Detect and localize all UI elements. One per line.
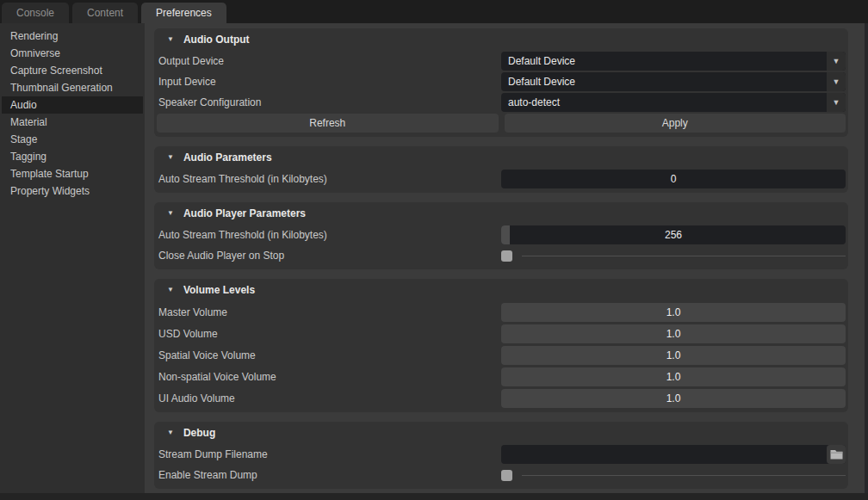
stream-dump-filename-field[interactable] — [501, 445, 846, 464]
caret-down-icon: ▼ — [167, 429, 174, 436]
field-label: Spatial Voice Volume — [157, 349, 501, 361]
tab-content[interactable]: Content — [72, 3, 138, 23]
section-audio-output: ▼ Audio Output Output Device Default Dev… — [154, 28, 848, 137]
dropdown-value: auto-detect — [501, 96, 560, 108]
sidebar-item-property-widgets[interactable]: Property Widgets — [2, 182, 143, 200]
audio-output-buttons-row: Refresh Apply — [157, 113, 846, 133]
sidebar-item-template-startup[interactable]: Template Startup — [2, 165, 143, 182]
section-audio-player-parameters: ▼ Audio Player Parameters Auto Stream Th… — [154, 202, 848, 269]
field-label: Master Volume — [157, 306, 501, 318]
ui-audio-volume-row: UI Audio Volume 1.0 — [157, 387, 846, 409]
caret-down-icon: ▼ — [167, 153, 174, 161]
tab-console[interactable]: Console — [2, 3, 69, 23]
field-value: 0 — [671, 173, 677, 185]
debug-header[interactable]: ▼ Debug — [157, 422, 846, 444]
master-volume-slider[interactable]: 1.0 — [501, 303, 846, 322]
auto-stream-threshold-row: Auto Stream Threshold (in Kilobytes) 0 — [157, 169, 846, 189]
close-audio-player-checkbox[interactable] — [501, 250, 512, 262]
enable-stream-dump-checkbox[interactable] — [501, 470, 512, 481]
non-spatial-voice-volume-slider[interactable]: 1.0 — [501, 367, 846, 386]
slider-value: 1.0 — [666, 392, 681, 404]
master-volume-row: Master Volume 1.0 — [157, 301, 846, 323]
dropdown-arrow-icon: ▼ — [827, 93, 846, 112]
sidebar-item-material[interactable]: Material — [2, 114, 143, 131]
section-title: Audio Output — [183, 34, 250, 46]
slider-value: 1.0 — [666, 371, 681, 383]
tab-preferences[interactable]: Preferences — [141, 3, 226, 23]
field-label: Auto Stream Threshold (in Kilobytes) — [157, 229, 501, 241]
field-label: UI Audio Volume — [157, 392, 501, 404]
speaker-configuration-dropdown[interactable]: auto-detect ▼ — [501, 93, 846, 112]
stream-dump-filename-row: Stream Dump Filename — [157, 444, 846, 465]
window-right-edge — [865, 23, 868, 493]
refresh-button[interactable]: Refresh — [157, 114, 499, 133]
dropdown-value: Default Device — [501, 55, 575, 67]
slider-value: 1.0 — [666, 306, 681, 318]
player-auto-stream-threshold-row: Auto Stream Threshold (in Kilobytes) 256 — [157, 225, 846, 245]
speaker-configuration-row: Speaker Configuration auto-detect ▼ — [157, 92, 846, 113]
section-debug: ▼ Debug Stream Dump Filename — [154, 422, 848, 489]
field-label: Non-spatial Voice Volume — [157, 371, 501, 383]
section-title: Audio Player Parameters — [183, 207, 306, 219]
player-auto-stream-threshold-field[interactable]: 256 — [501, 225, 846, 244]
caret-down-icon: ▼ — [167, 286, 174, 293]
dropdown-value: Default Device — [501, 76, 575, 88]
preferences-content: ▼ Audio Output Output Device Default Dev… — [145, 23, 868, 493]
section-title: Debug — [183, 427, 215, 439]
audio-output-header[interactable]: ▼ Audio Output — [157, 28, 846, 51]
non-spatial-voice-volume-row: Non-spatial Voice Volume 1.0 — [157, 366, 846, 387]
section-title: Volume Levels — [183, 284, 255, 296]
field-label: USD Volume — [157, 328, 501, 340]
input-device-dropdown[interactable]: Default Device ▼ — [501, 72, 846, 91]
auto-stream-threshold-field[interactable]: 0 — [501, 170, 846, 188]
ui-audio-volume-slider[interactable]: 1.0 — [501, 389, 846, 408]
output-device-row: Output Device Default Device ▼ — [157, 51, 846, 71]
sidebar-item-thumbnail-generation[interactable]: Thumbnail Generation — [2, 79, 143, 96]
usd-volume-slider[interactable]: 1.0 — [501, 324, 846, 343]
dropdown-arrow-icon: ▼ — [827, 52, 846, 71]
divider — [522, 256, 846, 256]
output-device-dropdown[interactable]: Default Device ▼ — [501, 52, 846, 71]
preferences-sidebar: Rendering Omniverse Capture Screenshot T… — [0, 23, 145, 493]
divider — [522, 475, 846, 476]
field-label: Close Audio Player on Stop — [157, 250, 501, 262]
folder-icon — [830, 449, 843, 460]
preferences-window: Console Content Preferences Rendering Om… — [0, 0, 868, 500]
field-label: Output Device — [157, 55, 501, 67]
sidebar-item-rendering[interactable]: Rendering — [2, 28, 143, 45]
section-title: Audio Parameters — [183, 151, 272, 164]
sidebar-item-tagging[interactable]: Tagging — [2, 148, 143, 165]
field-label: Input Device — [157, 76, 501, 88]
audio-player-parameters-header[interactable]: ▼ Audio Player Parameters — [157, 202, 846, 225]
sidebar-item-omniverse[interactable]: Omniverse — [2, 45, 143, 62]
section-volume-levels: ▼ Volume Levels Master Volume 1.0 USD Vo… — [154, 279, 848, 412]
sidebar-item-audio[interactable]: Audio — [2, 96, 143, 114]
bottom-strip — [0, 493, 868, 500]
sidebar-item-stage[interactable]: Stage — [2, 131, 143, 148]
section-audio-parameters: ▼ Audio Parameters Auto Stream Threshold… — [154, 146, 848, 193]
volume-levels-header[interactable]: ▼ Volume Levels — [157, 279, 846, 301]
close-audio-player-row: Close Audio Player on Stop — [157, 245, 846, 266]
usd-volume-row: USD Volume 1.0 — [157, 323, 846, 344]
tab-bar: Console Content Preferences — [0, 0, 868, 23]
apply-button[interactable]: Apply — [505, 114, 846, 133]
field-label: Speaker Configuration — [157, 96, 501, 108]
field-label: Auto Stream Threshold (in Kilobytes) — [157, 173, 501, 185]
field-value: 256 — [665, 229, 682, 241]
enable-stream-dump-row: Enable Stream Dump — [157, 465, 846, 485]
spatial-voice-volume-row: Spatial Voice Volume 1.0 — [157, 344, 846, 366]
sidebar-item-capture-screenshot[interactable]: Capture Screenshot — [2, 62, 143, 79]
field-label: Stream Dump Filename — [157, 448, 501, 460]
browse-button[interactable] — [827, 445, 846, 464]
dropdown-arrow-icon: ▼ — [827, 72, 846, 91]
audio-parameters-header[interactable]: ▼ Audio Parameters — [157, 146, 846, 169]
input-device-row: Input Device Default Device ▼ — [157, 71, 846, 92]
spatial-voice-volume-slider[interactable]: 1.0 — [501, 346, 846, 365]
slider-value: 1.0 — [666, 349, 681, 361]
slider-handle[interactable] — [501, 225, 510, 244]
caret-down-icon: ▼ — [167, 35, 174, 43]
caret-down-icon: ▼ — [167, 209, 174, 217]
slider-value: 1.0 — [666, 328, 681, 340]
field-label: Enable Stream Dump — [157, 469, 501, 481]
